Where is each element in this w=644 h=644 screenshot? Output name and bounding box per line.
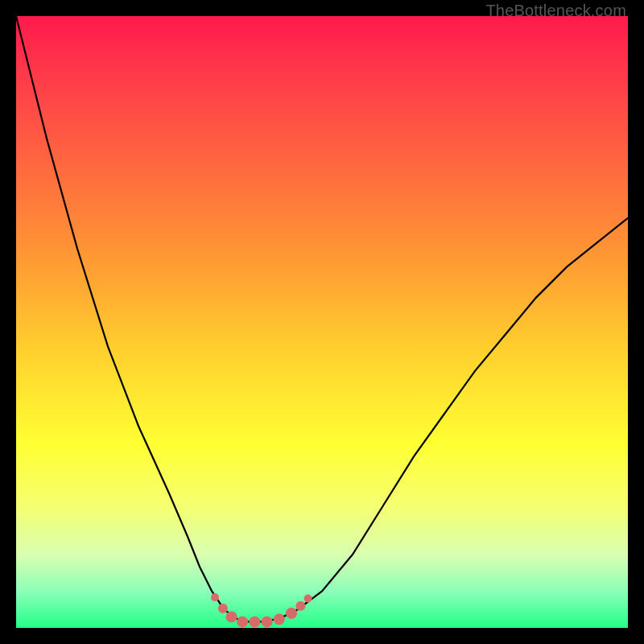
highlight-marker bbox=[295, 601, 305, 611]
highlight-marker bbox=[249, 616, 260, 627]
highlight-marker bbox=[218, 604, 228, 613]
highlight-marker bbox=[226, 611, 237, 622]
highlight-marker bbox=[237, 616, 248, 627]
highlight-marker bbox=[262, 616, 273, 627]
highlight-marker bbox=[286, 608, 297, 619]
chart-frame: TheBottleneck.com bbox=[0, 0, 644, 644]
bottleneck-chart bbox=[16, 16, 628, 628]
highlight-marker bbox=[274, 613, 285, 625]
chart-background bbox=[16, 16, 628, 628]
highlight-marker bbox=[211, 593, 219, 601]
highlight-marker bbox=[304, 595, 312, 603]
